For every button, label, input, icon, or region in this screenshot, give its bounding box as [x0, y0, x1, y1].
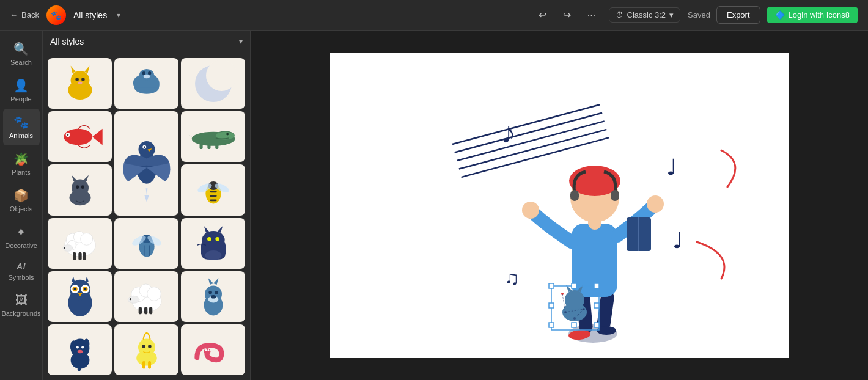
- sidebar-item-animals[interactable]: 🐾 Animals: [3, 109, 40, 145]
- svg-point-15: [76, 185, 79, 189]
- svg-point-101: [215, 237, 219, 241]
- goat-svg: [125, 325, 168, 374]
- panel-dropdown-icon[interactable]: ▾: [239, 37, 243, 46]
- sidebar-item-objects[interactable]: 📦 Objects: [3, 182, 40, 219]
- animal-item-moon[interactable]: [181, 58, 245, 109]
- svg-point-130: [647, 195, 664, 213]
- svg-rect-86: [199, 144, 202, 149]
- svg-point-52: [138, 141, 155, 158]
- svg-point-20: [80, 233, 92, 245]
- ratio-history-icon: ⏱: [616, 10, 623, 20]
- svg-point-85: [226, 133, 229, 135]
- panel-header: All styles ▾: [43, 31, 250, 53]
- animal-item-fish[interactable]: [48, 111, 112, 162]
- svg-point-80: [206, 60, 237, 91]
- redo-button[interactable]: ↪: [557, 5, 577, 25]
- animal-item-cat[interactable]: [48, 58, 112, 109]
- eagle-svg: [119, 114, 174, 212]
- svg-marker-8: [92, 128, 103, 145]
- animal-item-snake[interactable]: [181, 324, 245, 375]
- yellow-bee-svg: [192, 169, 235, 211]
- sidebar-label-objects: Objects: [10, 205, 32, 213]
- svg-marker-82: [188, 134, 194, 137]
- svg-marker-53: [145, 189, 147, 195]
- dog-svg: [59, 325, 101, 374]
- animal-item-cat2[interactable]: [48, 164, 112, 215]
- svg-text:♩: ♩: [672, 228, 683, 253]
- animal-item-owl[interactable]: [48, 271, 112, 322]
- sidebar-item-search[interactable]: 🔍 Search: [3, 35, 40, 72]
- svg-marker-99: [217, 226, 223, 233]
- sidebar-item-decorative[interactable]: ✦ Decorative: [3, 219, 40, 255]
- canvas-area: ♪ ♩ ♩ ♫: [251, 31, 868, 380]
- svg-rect-77: [142, 361, 145, 369]
- animal-item-wolf[interactable]: [181, 271, 245, 322]
- animal-item-eagle[interactable]: [114, 111, 178, 216]
- dark-cat-svg: [189, 222, 238, 265]
- svg-marker-108: [208, 278, 213, 285]
- svg-rect-68: [138, 307, 141, 315]
- login-icon: 🔷: [775, 10, 785, 20]
- grid-col-3: [181, 58, 245, 375]
- animal-item-otter[interactable]: [114, 58, 178, 109]
- animal-item-sheep[interactable]: [48, 218, 112, 269]
- canvas[interactable]: ♪ ♩ ♩ ♫: [330, 53, 789, 358]
- svg-marker-14: [83, 175, 88, 181]
- sidebar-item-backgrounds[interactable]: 🖼 Backgrounds: [3, 287, 40, 323]
- moon-svg: [189, 59, 238, 108]
- grey-cat-svg: [59, 169, 101, 211]
- decorative-icon: ✦: [16, 225, 26, 239]
- svg-marker-36: [72, 276, 75, 282]
- animal-item-bee-blue[interactable]: [114, 218, 178, 269]
- sidebar-item-people[interactable]: 👤 People: [3, 72, 40, 109]
- sidebar-label-people: People: [10, 95, 31, 103]
- objects-icon: 📦: [13, 188, 29, 203]
- animal-item-dog[interactable]: [48, 324, 112, 375]
- animal-item-goat[interactable]: [114, 324, 178, 375]
- blue-bee-svg: [125, 222, 168, 265]
- export-button[interactable]: Export: [716, 6, 760, 24]
- svg-rect-70: [149, 307, 152, 315]
- svg-point-72: [129, 298, 131, 300]
- sheep-svg: [56, 222, 105, 265]
- svg-marker-54: [144, 195, 149, 202]
- sidebar-item-symbols[interactable]: A! Symbols: [3, 255, 40, 287]
- animal-item-bee-yellow[interactable]: [181, 164, 245, 215]
- more-button[interactable]: ···: [582, 5, 601, 25]
- svg-point-107: [215, 291, 218, 294]
- sidebar-item-plants[interactable]: 🪴 Plants: [3, 145, 40, 182]
- svg-rect-157: [594, 303, 599, 308]
- svg-rect-153: [594, 323, 599, 327]
- svg-rect-135: [611, 190, 619, 201]
- svg-line-117: [459, 130, 606, 169]
- svg-rect-88: [215, 144, 218, 149]
- login-button[interactable]: 🔷 Login with Icons8: [767, 7, 858, 23]
- svg-rect-95: [210, 199, 216, 201]
- undo-button[interactable]: ↩: [533, 5, 553, 25]
- svg-rect-151: [594, 283, 599, 288]
- svg-point-33: [73, 288, 76, 290]
- animal-item-sheep2[interactable]: [114, 271, 178, 322]
- animal-item-dark-cat[interactable]: [181, 218, 245, 269]
- icon-grid: [43, 53, 250, 380]
- svg-rect-154: [572, 283, 576, 288]
- main-illustration: ♪ ♩ ♩ ♫: [330, 53, 789, 358]
- title-dropdown-icon[interactable]: ▾: [117, 11, 120, 20]
- svg-point-110: [210, 295, 215, 299]
- svg-point-127: [597, 326, 616, 335]
- animal-item-croc[interactable]: [181, 111, 245, 162]
- main-layout: 🔍 Search 👤 People 🐾 Animals 🪴 Plants 📦 O…: [0, 31, 868, 380]
- svg-text:♪: ♪: [501, 117, 516, 149]
- svg-text:♩: ♩: [666, 155, 677, 180]
- back-button[interactable]: ← Back: [10, 10, 39, 20]
- svg-rect-152: [549, 323, 554, 327]
- svg-point-112: [205, 349, 207, 351]
- svg-line-114: [452, 104, 600, 144]
- ratio-label: Classic 3:2: [627, 10, 666, 20]
- search-icon: 🔍: [13, 42, 29, 56]
- svg-point-4: [75, 78, 79, 81]
- svg-marker-98: [204, 226, 209, 233]
- ratio-selector[interactable]: ⏱ Classic 3:2 ▾: [609, 7, 681, 23]
- svg-point-56: [143, 147, 145, 148]
- svg-point-7: [64, 128, 92, 145]
